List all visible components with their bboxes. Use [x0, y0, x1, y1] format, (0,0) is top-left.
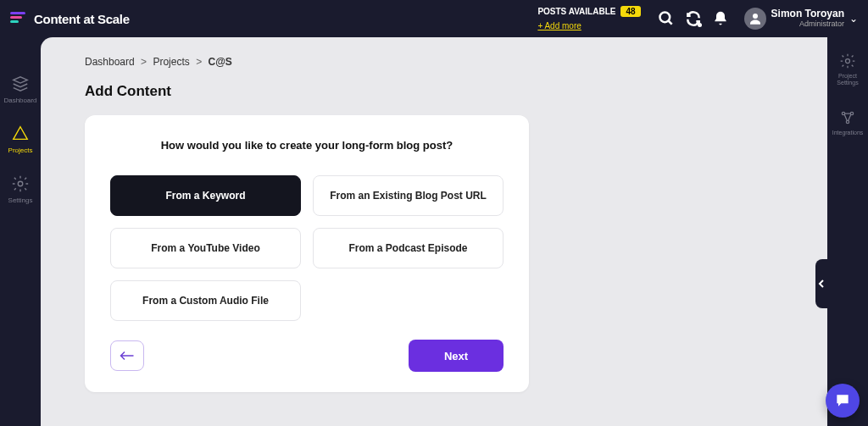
svg-point-3 [18, 181, 23, 186]
avatar [744, 8, 766, 30]
chevron-down-icon: ⌄ [849, 13, 858, 25]
breadcrumb-current: C@S [208, 56, 231, 68]
chat-fab[interactable] [826, 384, 860, 418]
brand-logo[interactable]: Content at Scale [10, 12, 130, 26]
right-item-integrations[interactable]: Integrations [832, 109, 864, 136]
svg-point-5 [842, 113, 844, 115]
right-item-project-settings[interactable]: Project Settings [827, 53, 868, 86]
svg-point-0 [659, 13, 670, 23]
collapse-right-panel[interactable] [815, 259, 827, 308]
sidebar-item-label: Projects [8, 147, 33, 154]
svg-line-1 [668, 21, 671, 25]
sidebar-item-projects[interactable]: Projects [8, 124, 33, 154]
breadcrumb: Dashboard > Projects > C@S [85, 56, 827, 68]
svg-point-4 [846, 59, 850, 64]
right-item-label: Project Settings [827, 73, 868, 86]
option-url[interactable]: From an Existing Blog Post URL [313, 175, 504, 216]
breadcrumb-projects[interactable]: Projects [153, 56, 189, 68]
page-title: Add Content [85, 83, 827, 100]
user-role: Administrator [771, 20, 844, 29]
svg-point-6 [850, 113, 853, 115]
next-button[interactable]: Next [409, 340, 504, 372]
card-question: How would you like to create your long-f… [110, 139, 504, 152]
breadcrumb-sep: > [196, 56, 202, 68]
sidebar-item-label: Dashboard [3, 97, 36, 104]
option-audio[interactable]: From a Custom Audio File [110, 280, 301, 321]
back-button[interactable] [110, 340, 144, 371]
option-keyword[interactable]: From a Keyword [110, 175, 301, 216]
breadcrumb-sep: > [141, 56, 147, 68]
svg-point-7 [846, 121, 849, 124]
sidebar-item-label: Settings [8, 196, 33, 204]
logo-icon [10, 12, 27, 25]
refresh-icon[interactable] [682, 7, 705, 30]
search-icon[interactable] [654, 7, 678, 30]
posts-available: POSTS AVAILABLE 48 + Add more [537, 6, 640, 32]
posts-count-badge: 48 [620, 6, 640, 17]
create-content-card: How would you like to create your long-f… [85, 115, 529, 392]
user-menu[interactable]: Simon Toroyan Administrator ⌄ [739, 8, 858, 30]
left-sidebar: Dashboard Projects Settings [0, 37, 41, 426]
notifications-icon[interactable] [709, 7, 732, 30]
right-sidebar: Project Settings Integrations [827, 37, 868, 426]
main-content: Dashboard > Projects > C@S Add Content H… [41, 37, 827, 426]
right-item-label: Integrations [832, 130, 864, 136]
posts-available-label: POSTS AVAILABLE [537, 7, 615, 16]
topbar: Content at Scale POSTS AVAILABLE 48 + Ad… [0, 0, 868, 37]
add-more-link[interactable]: + Add more [537, 21, 581, 30]
brand-name: Content at Scale [34, 12, 130, 26]
user-name: Simon Toroyan [771, 8, 844, 19]
sidebar-item-settings[interactable]: Settings [8, 174, 33, 204]
option-podcast[interactable]: From a Podcast Episode [313, 228, 504, 268]
svg-point-2 [753, 14, 758, 19]
breadcrumb-dashboard[interactable]: Dashboard [85, 56, 135, 68]
sidebar-item-dashboard[interactable]: Dashboard [3, 75, 36, 104]
option-youtube[interactable]: From a YouTube Video [110, 228, 301, 268]
